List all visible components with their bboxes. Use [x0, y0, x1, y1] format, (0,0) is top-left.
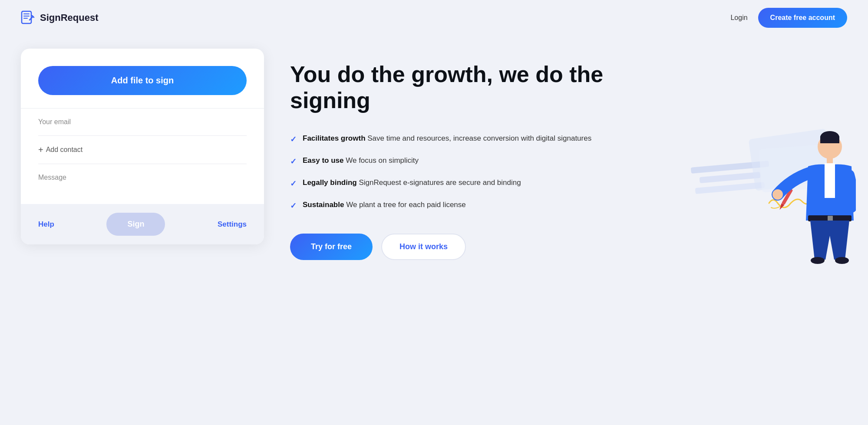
svg-point-12	[772, 189, 783, 200]
logo-icon	[21, 10, 36, 25]
add-contact-plus-icon: +	[38, 145, 43, 154]
help-button[interactable]: Help	[38, 220, 54, 229]
feature-item-2: ✓ Easy to use We focus on simplicity	[290, 155, 594, 168]
feature-desc-4: We plant a tree for each paid license	[344, 201, 465, 209]
header: SignRequest Login Create free account	[0, 0, 868, 36]
svg-rect-7	[820, 136, 839, 143]
feature-item: ✓ Facilitates growth Save time and resou…	[290, 133, 594, 145]
svg-rect-0	[22, 11, 31, 23]
feature-desc-2: We focus on simplicity	[344, 156, 419, 165]
feature-text-3: Legally binding SignRequest e-signatures…	[303, 177, 521, 188]
illustration-area	[734, 112, 856, 279]
check-icon-3: ✓	[290, 178, 297, 190]
marketing-panel: You do the growth, we do the signing ✓ F…	[290, 44, 847, 260]
try-free-button[interactable]: Try for free	[290, 234, 373, 260]
logo: SignRequest	[21, 10, 98, 25]
feature-bold-1: Facilitates growth	[303, 134, 366, 142]
sign-button[interactable]: Sign	[106, 213, 165, 236]
message-field[interactable]: Message	[38, 164, 247, 191]
form-card-inner: Add file to sign Your email + Add contac…	[21, 49, 264, 204]
settings-button[interactable]: Settings	[218, 220, 247, 229]
person-illustration	[734, 112, 856, 277]
cta-area: Try for free How it works	[290, 234, 847, 260]
check-icon-2: ✓	[290, 156, 297, 168]
svg-rect-9	[825, 163, 835, 198]
feature-text-1: Facilitates growth Save time and resourc…	[303, 133, 591, 144]
feature-bold-4: Sustainable	[303, 201, 344, 209]
hero-title: You do the growth, we do the signing	[290, 62, 637, 114]
login-button[interactable]: Login	[730, 14, 747, 22]
check-icon-4: ✓	[290, 200, 297, 212]
feature-text-4: Sustainable We plant a tree for each pai…	[303, 199, 466, 211]
header-nav: Login Create free account	[730, 8, 847, 28]
svg-point-13	[811, 257, 825, 264]
form-card: Add file to sign Your email + Add contac…	[21, 49, 264, 244]
add-contact-label: Add contact	[46, 146, 83, 154]
feature-desc-1: Save time and resources, increase conver…	[366, 134, 592, 142]
feature-bold-2: Easy to use	[303, 156, 344, 165]
feature-item-3: ✓ Legally binding SignRequest e-signatur…	[290, 177, 594, 190]
feature-bold-3: Legally binding	[303, 178, 357, 187]
svg-point-14	[835, 257, 849, 264]
add-file-button[interactable]: Add file to sign	[38, 66, 247, 95]
email-field[interactable]: Your email	[38, 109, 247, 136]
feature-desc-3: SignRequest e-signatures are secure and …	[357, 178, 521, 187]
create-account-button[interactable]: Create free account	[758, 8, 847, 28]
add-contact-row[interactable]: + Add contact	[38, 136, 247, 164]
feature-item-4: ✓ Sustainable We plant a tree for each p…	[290, 199, 594, 212]
feature-text-2: Easy to use We focus on simplicity	[303, 155, 419, 166]
main-content: Add file to sign Your email + Add contac…	[0, 36, 868, 425]
svg-rect-11	[828, 216, 833, 221]
how-it-works-button[interactable]: How it works	[381, 234, 466, 260]
form-footer: Help Sign Settings	[21, 204, 264, 244]
check-icon-1: ✓	[290, 134, 297, 145]
logo-text: SignRequest	[40, 12, 98, 23]
